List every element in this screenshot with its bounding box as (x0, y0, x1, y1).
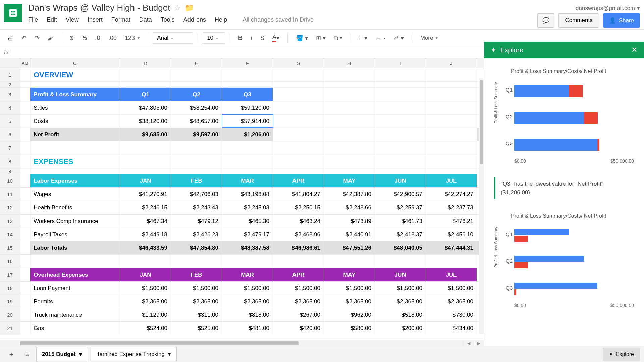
cell[interactable]: $962.00 (324, 308, 375, 321)
undo-icon[interactable]: ↶ (18, 32, 30, 44)
row-header[interactable]: 14 (0, 228, 20, 241)
cell[interactable]: $2,246.15 (120, 201, 171, 214)
cell[interactable]: $47,551.26 (324, 241, 375, 254)
cell[interactable]: $58,254.00 (171, 101, 222, 114)
fill-color-icon[interactable]: 🪣 ▾ (292, 32, 311, 44)
cell[interactable]: $2,365.00 (375, 295, 426, 308)
percent-icon[interactable]: % (78, 33, 90, 44)
font-select[interactable]: Arial (153, 32, 193, 44)
table-header[interactable]: JUN (375, 268, 426, 281)
v-align-icon[interactable]: ⫨ ▾ (372, 33, 389, 44)
cell[interactable]: $1,500.00 (426, 282, 477, 295)
italic-icon[interactable]: I (247, 33, 256, 44)
cell[interactable]: $2,248.66 (324, 201, 375, 214)
cell[interactable]: $2,365.00 (222, 295, 273, 308)
cell[interactable]: $467.34 (120, 215, 171, 228)
cell[interactable]: $465.30 (222, 215, 273, 228)
cell[interactable]: Sales (30, 101, 120, 114)
cell[interactable]: $1,129.00 (120, 308, 171, 321)
cell[interactable]: $9,597.00 (171, 128, 222, 141)
explore-button[interactable]: ✦ Explore (603, 348, 640, 361)
cell[interactable]: $38,120.00 (120, 115, 171, 128)
cell[interactable]: $48,040.05 (375, 241, 426, 254)
row-header[interactable]: 1 (0, 68, 20, 81)
cell[interactable]: Gas (30, 322, 120, 335)
cell[interactable]: $2,250.15 (273, 201, 324, 214)
row-header[interactable]: 15 (0, 241, 20, 254)
table-header[interactable]: Overhead Expenses (30, 268, 120, 281)
cell[interactable]: Truck maintenance (30, 308, 120, 321)
star-icon[interactable]: ☆ (174, 4, 181, 12)
col-header[interactable]: I (375, 58, 426, 68)
cell[interactable]: $2,456.10 (426, 228, 477, 241)
h-align-icon[interactable]: ≡ ▾ (356, 32, 371, 44)
sheet-tab[interactable]: Itemized Expense Tracking ▾ (91, 347, 177, 361)
menu-insert[interactable]: Insert (88, 16, 103, 23)
print-icon[interactable]: 🖨 (4, 33, 17, 44)
menu-edit[interactable]: Edit (47, 16, 57, 23)
row-header[interactable]: 3 (0, 88, 20, 101)
row-header[interactable]: 2 (0, 82, 20, 87)
cell[interactable]: $2,440.91 (324, 228, 375, 241)
cell[interactable]: Workers Comp Insurance (30, 215, 120, 228)
cell[interactable]: $41,804.27 (273, 188, 324, 201)
table-header[interactable]: MAR (222, 174, 273, 187)
row-header[interactable]: 20 (0, 308, 20, 321)
cell[interactable]: $48,387.58 (222, 241, 273, 254)
decrease-decimal-icon[interactable]: .0̲ (92, 32, 104, 44)
user-email[interactable]: danswraps@gmail.com ▾ (576, 5, 640, 12)
col-header[interactable]: J (426, 58, 477, 68)
row-header[interactable]: 21 (0, 322, 20, 335)
sheet-tab[interactable]: 2015 Budget ▾ (36, 347, 88, 361)
explore-chart-2[interactable]: Profit & Loss Summary/Costs/ Net Profit … (494, 213, 634, 308)
cell[interactable]: $47,854.80 (171, 241, 222, 254)
cell[interactable]: Labor Totals (30, 241, 120, 254)
table-header[interactable]: FEB (171, 174, 222, 187)
cell[interactable]: $47,805.00 (120, 101, 171, 114)
cell[interactable]: $420.00 (273, 322, 324, 335)
section-title[interactable]: OVERVIEW (30, 68, 120, 81)
increase-decimal-icon[interactable]: .00 (105, 33, 120, 44)
menu-addons[interactable]: Add-ons (183, 16, 206, 23)
row-header[interactable]: 5 (0, 115, 20, 128)
cell[interactable]: Loan Payment (30, 282, 120, 295)
cell[interactable]: $1,500.00 (324, 282, 375, 295)
cell[interactable]: $580.00 (324, 322, 375, 335)
selected-cell[interactable]: $57,914.00 (222, 115, 273, 128)
table-header[interactable]: MAY (324, 268, 375, 281)
scroll-right-icon[interactable]: ▶ (474, 340, 484, 346)
table-header[interactable]: Labor Expenses (30, 174, 120, 187)
cell[interactable]: $434.00 (426, 322, 477, 335)
cell[interactable]: $47,444.31 (426, 241, 477, 254)
cell[interactable]: $42,900.57 (375, 188, 426, 201)
col-header[interactable]: F (222, 58, 273, 68)
table-header[interactable]: Profit & Loss Summary (30, 88, 120, 101)
menu-help[interactable]: Help (215, 16, 227, 23)
cell[interactable]: $1,500.00 (273, 282, 324, 295)
cell[interactable]: Net Profit (30, 128, 120, 141)
comments-button[interactable]: Comments (558, 13, 599, 28)
cell[interactable]: $2,365.00 (426, 295, 477, 308)
cell[interactable]: $463.24 (273, 215, 324, 228)
cell[interactable]: $473.89 (324, 215, 375, 228)
cell[interactable]: $524.00 (120, 322, 171, 335)
col-header[interactable]: G (273, 58, 324, 68)
cell[interactable]: $42,387.80 (324, 188, 375, 201)
table-header[interactable]: JUL (426, 174, 477, 187)
cell[interactable]: Permits (30, 295, 120, 308)
font-size[interactable]: 10 (203, 32, 225, 44)
cell[interactable]: $42,274.27 (426, 188, 477, 201)
explore-chart-1[interactable]: Profit & Loss Summary/Costs/ Net Profit … (494, 68, 634, 164)
cell[interactable]: $42,706.03 (171, 188, 222, 201)
number-format[interactable]: 123 (121, 33, 143, 44)
col-header[interactable]: D (120, 58, 171, 68)
col-header[interactable]: E (171, 58, 222, 68)
cell[interactable]: $476.21 (426, 215, 477, 228)
text-color-icon[interactable]: A ▾ (269, 32, 283, 44)
cell[interactable]: $2,468.96 (273, 228, 324, 241)
cell[interactable]: Payroll Taxes (30, 228, 120, 241)
cell[interactable]: $2,365.00 (171, 295, 222, 308)
cell[interactable]: $2,365.00 (273, 295, 324, 308)
row-header[interactable]: 17 (0, 268, 20, 281)
cell[interactable]: $2,365.00 (324, 295, 375, 308)
